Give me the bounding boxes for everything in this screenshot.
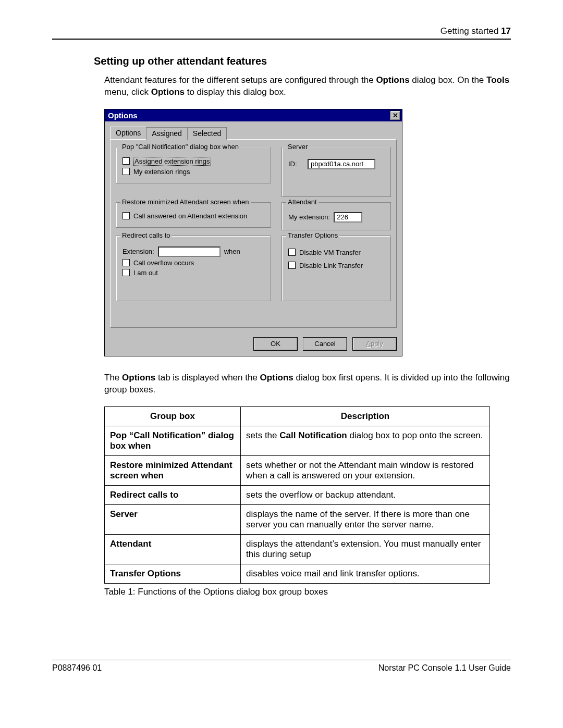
label-i-am-out: I am out	[133, 269, 158, 277]
tab-row: Options Assigned Selected	[110, 127, 397, 139]
tab-options[interactable]: Options	[110, 127, 146, 139]
label-my-ext-rings: My extension rings	[133, 168, 190, 176]
table-row: Restore minimized Attendant screen when …	[105, 455, 490, 485]
dialog-button-row: OK Cancel Apply	[105, 333, 402, 356]
label-call-overflow: Call overflow occurs	[133, 259, 194, 267]
checkbox-call-answered[interactable]	[123, 212, 130, 219]
checkbox-my-ext-rings[interactable]	[123, 168, 130, 175]
label-assigned-ext-rings: Assigned extension rings	[133, 157, 211, 166]
checkbox-disable-vm-transfer[interactable]	[288, 249, 296, 256]
checkbox-i-am-out[interactable]	[123, 269, 130, 276]
section-heading: Setting up other attendant features	[94, 55, 511, 67]
redirect-extension-label: Extension:	[123, 248, 154, 255]
table-row: Attendant displays the attendant’s exten…	[105, 534, 490, 564]
table-row: Transfer Options disables voice mail and…	[105, 564, 490, 583]
footer-right: Norstar PC Console 1.1 User Guide	[378, 663, 511, 673]
options-dialog: Options ✕ Options Assigned Selected Pop …	[104, 109, 402, 356]
dialog-titlebar[interactable]: Options ✕	[105, 109, 402, 121]
table-row: Pop “Call Notification” dialog box when …	[105, 426, 490, 455]
ok-button[interactable]: OK	[253, 337, 298, 351]
dialog-title: Options	[108, 111, 138, 120]
group-attendant: Attendant My extension:	[282, 202, 391, 230]
close-button[interactable]: ✕	[390, 110, 400, 120]
group-legend: Pop "Call Notification" dialog box when	[120, 143, 240, 151]
server-id-input[interactable]	[308, 159, 375, 169]
group-transfer-options: Transfer Options Disable VM Transfer Dis…	[282, 236, 391, 301]
label-disable-link-transfer: Disable Link Transfer	[299, 262, 363, 269]
footer-left: P0887496 01	[52, 663, 102, 673]
intro-paragraph: Attendant features for the different set…	[104, 75, 511, 98]
apply-rest: pply	[371, 340, 383, 348]
table-caption: Table 1: Functions of the Options dialog…	[104, 587, 511, 597]
page-number: 17	[501, 26, 511, 36]
group-legend: Attendant	[286, 198, 319, 206]
group-legend: Redirect calls to	[120, 231, 172, 239]
group-legend: Server	[286, 143, 309, 151]
close-icon: ✕	[393, 112, 398, 119]
cancel-button[interactable]: Cancel	[303, 337, 347, 351]
checkbox-call-overflow[interactable]	[123, 259, 130, 266]
after-paragraph: The Options tab is displayed when the Op…	[104, 372, 511, 396]
group-legend: Transfer Options	[286, 231, 339, 239]
col-description: Description	[241, 406, 490, 426]
my-extension-input[interactable]	[334, 212, 362, 223]
tab-selected[interactable]: Selected	[187, 127, 227, 140]
table-row: Redirect calls to sets the overflow or b…	[105, 485, 490, 504]
redirect-when-label: when	[224, 248, 240, 255]
my-extension-label: My extension:	[288, 213, 330, 221]
page-footer: P0887496 01 Norstar PC Console 1.1 User …	[52, 660, 511, 673]
label-disable-vm-transfer: Disable VM Transfer	[299, 249, 361, 256]
apply-button: Apply	[352, 337, 397, 351]
redirect-extension-input[interactable]	[158, 246, 221, 257]
checkbox-assigned-ext-rings[interactable]	[123, 157, 130, 165]
group-server: Server ID:	[282, 147, 391, 197]
server-id-label: ID:	[288, 160, 304, 168]
group-restore-minimized: Restore minimized Attendant screen when …	[116, 202, 271, 228]
label-call-answered: Call answered on Attendant extension	[133, 212, 247, 220]
checkbox-disable-link-transfer[interactable]	[288, 262, 296, 269]
group-redirect-calls: Redirect calls to Extension: when Call o…	[116, 236, 271, 301]
table-row: Server displays the name of the server. …	[105, 504, 490, 534]
table-header-row: Group box Description	[105, 406, 490, 426]
header-rule	[52, 39, 511, 40]
tab-panel: Pop "Call Notification" dialog box when …	[110, 139, 397, 328]
group-pop-call-notification: Pop "Call Notification" dialog box when …	[116, 147, 271, 183]
tab-assigned[interactable]: Assigned	[146, 127, 188, 140]
page-header: Getting started 17	[52, 26, 511, 36]
section-name: Getting started	[440, 26, 499, 36]
group-legend: Restore minimized Attendant screen when	[120, 198, 251, 206]
col-group-box: Group box	[105, 406, 241, 426]
group-box-table: Group box Description Pop “Call Notifica…	[104, 406, 490, 584]
